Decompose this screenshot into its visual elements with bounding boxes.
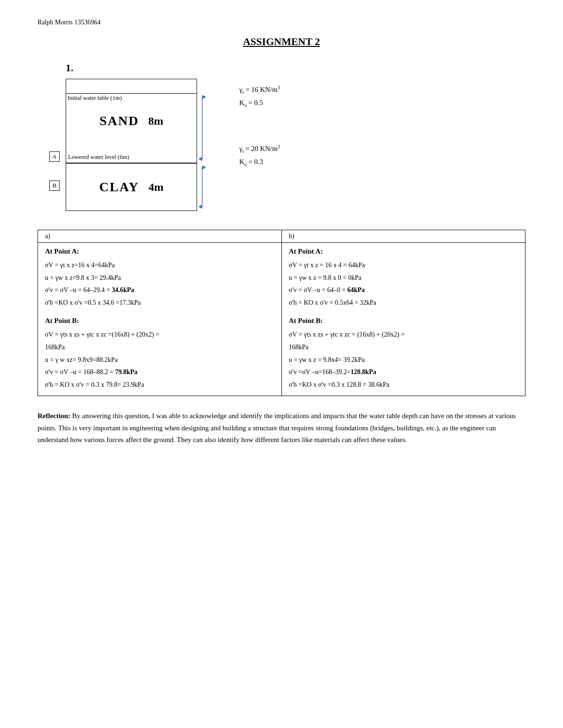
clay-section: CLAY 4m bbox=[66, 164, 197, 210]
initial-water-table-line: Initial water table (1m) bbox=[66, 93, 197, 102]
col-a-line7: u = γ w xz= 9.8x9=88.2kPa bbox=[45, 354, 274, 367]
diagram-right: γt = 16 KN/m3 Ko = 0.5 γt = 20 KN/m3 Ko … bbox=[239, 79, 280, 169]
reflection-label: Reflection: bbox=[38, 412, 70, 420]
point-a-label: A bbox=[49, 151, 60, 162]
answer-table: a) b) At Point A: σV = γt x z=16 x 4=64k… bbox=[38, 230, 525, 396]
col-a-line4: σ'h =KO x σ'v =0.5 x 34.6 =17.3kPa bbox=[45, 297, 274, 309]
col-b-line5: σV = γts x zs + γtc x zc = (16x8) + (20x… bbox=[289, 329, 518, 341]
table-header-a: a) bbox=[38, 230, 282, 243]
question-number: 1. bbox=[66, 62, 525, 74]
col-a-line8: σ'v = σV –u = 168–88.2 = 79.8kPa bbox=[45, 366, 274, 379]
col-b-line3: σ'v = σV –u = 64–0 = 64kPa bbox=[289, 284, 518, 297]
initial-water-table-label: Initial water table (1m) bbox=[66, 95, 123, 101]
clay-ko: Ko = 0.3 bbox=[239, 156, 280, 169]
col-a-point-b-header: At Point B: bbox=[45, 317, 274, 325]
sand-ko: Ko = 0.5 bbox=[239, 97, 280, 110]
col-b-line8: σ'v =σV –u=168–39.2=128.8kPa bbox=[289, 366, 518, 379]
sand-section: Initial water table (1m) bbox=[66, 79, 197, 164]
sand-label: SAND bbox=[99, 113, 139, 128]
col-b-point-a-header: At Point A: bbox=[289, 248, 518, 255]
clay-arrow bbox=[198, 164, 207, 210]
sand-depth: 8m bbox=[148, 115, 163, 128]
diagram-box: Initial water table (1m) bbox=[66, 79, 197, 211]
sand-arrow bbox=[198, 93, 207, 163]
sand-properties: γt = 16 KN/m3 Ko = 0.5 bbox=[239, 83, 280, 110]
lowered-water-label: Lowered water level (6m) bbox=[68, 154, 129, 161]
point-b-label: B bbox=[49, 180, 60, 191]
col-b-line9: σ'h =KO x σ'v =0.3 x 128.8 = 38.6kPa bbox=[289, 379, 518, 391]
col-b-line6: 168kPa bbox=[289, 341, 518, 354]
col-a-line2: u = γw x z=9.8 x 3= 29.4kPa bbox=[45, 272, 274, 285]
col-a-line6: 168kPa bbox=[45, 341, 274, 354]
clay-depth: 4m bbox=[148, 181, 163, 194]
diagram-left: A B Initial water table (1m) bbox=[66, 79, 216, 211]
table-col-b: At Point A: σV = γt x z = 16 x 4 = 64kPa… bbox=[282, 243, 525, 396]
col-b-line7: u = γw x z = 9.8x4= 39.2kPa bbox=[289, 354, 518, 367]
table-header-b: b) bbox=[282, 230, 525, 243]
col-b-line4: σ'h = KO x σ'v = 0.5x64 = 32kPa bbox=[289, 297, 518, 309]
sand-gamma: γt = 16 KN/m3 bbox=[239, 83, 280, 97]
author-line: Ralph Morris 13536964 bbox=[38, 19, 525, 26]
assignment-title: ASSIGNMENT 2 bbox=[38, 36, 525, 48]
col-b-point-b-header: At Point B: bbox=[289, 317, 518, 325]
col-a-line5: σV = γts x zs + γtc x zc =(16x8) + (20x2… bbox=[45, 329, 274, 341]
table-col-a: At Point A: σV = γt x z=16 x 4=64kPa u =… bbox=[38, 243, 282, 396]
col-a-line1: σV = γt x z=16 x 4=64kPa bbox=[45, 259, 274, 272]
col-a-point-a-header: At Point A: bbox=[45, 248, 274, 255]
clay-gamma: γt = 20 KN/m3 bbox=[239, 143, 280, 156]
col-a-line9: σ'h = KO x σ'v = 0.3 x 79.8= 23.9kPa bbox=[45, 379, 274, 391]
col-b-line2: u = γw x z = 9.8 x 0 = 0kPa bbox=[289, 272, 518, 285]
clay-label: CLAY bbox=[99, 180, 139, 195]
col-b-line1: σV = γt x z = 16 x 4 = 64kPa bbox=[289, 259, 518, 272]
reflection-text: By answering this question, I was able t… bbox=[38, 412, 516, 443]
clay-properties: γt = 20 KN/m3 Ko = 0.3 bbox=[239, 143, 280, 169]
col-a-line3: σ'v = σV –u = 64–29.4 = 34.6kPa bbox=[45, 284, 274, 297]
reflection-paragraph: Reflection: By answering this question, … bbox=[38, 410, 525, 446]
diagram-container: A B Initial water table (1m) bbox=[66, 79, 525, 211]
